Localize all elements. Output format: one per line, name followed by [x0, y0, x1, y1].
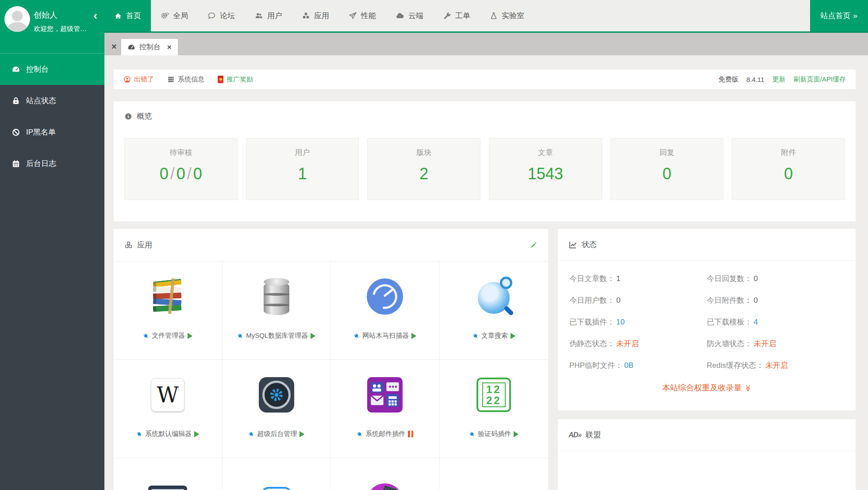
app-cell-article-search[interactable]: 文章搜索 [440, 261, 549, 359]
sidebar-collapse-icon[interactable]: ‹ [93, 10, 97, 21]
sidebar-item-label: IP黑名单 [26, 127, 56, 137]
nav-item-cloud[interactable]: 云端 [386, 0, 433, 31]
app-cell[interactable] [331, 458, 440, 490]
system-info-link[interactable]: 系统信息 [167, 75, 204, 84]
stat-card-attachments[interactable]: 附件 0 [732, 138, 845, 200]
refresh-cache-link[interactable]: 刷新页面/API缓存 [794, 75, 846, 84]
app-cell-captcha-plugin[interactable]: 1222 验证码插件 [440, 359, 549, 458]
nav-item-label: 工单 [455, 11, 470, 21]
sidebar-item-dashboard[interactable]: 控制台 [0, 54, 104, 85]
chart-line-icon [568, 240, 577, 249]
wrench-icon [443, 12, 451, 20]
nav-item-ticket[interactable]: 工单 [433, 0, 480, 31]
stat-card-pending[interactable]: 待审核 0/0/0 [124, 138, 238, 200]
tab-dashboard[interactable]: 控制台 × [121, 39, 178, 55]
sidebar: 创始人 欢迎您，超级管… ‹ 控制台 站点状态 IP黑名单 [0, 0, 104, 490]
stat-value: 2 [368, 165, 480, 183]
ad-icon: AD» [568, 431, 581, 439]
nav-item-lab[interactable]: 实验室 [480, 0, 534, 31]
plug-icon [471, 332, 480, 340]
sidebar-item-admin-log[interactable]: 后台日志 [0, 148, 104, 179]
stat-label: 附件 [732, 147, 845, 158]
app-name: 系统邮件插件 [365, 430, 405, 438]
stat-value: 0 [611, 165, 723, 183]
nav-item-label: 性能 [361, 11, 376, 21]
app-cell[interactable]: 简↩ [223, 458, 331, 490]
stat-value: 1 [246, 165, 359, 183]
nav-item-label: 实验室 [502, 11, 524, 21]
sidebar-item-site-status[interactable]: 站点状态 [0, 85, 104, 116]
app-cell[interactable] [114, 458, 223, 490]
stat-separator: / [169, 165, 177, 183]
lock-icon [12, 96, 20, 105]
status-item: 防火墙状态：未开启 [707, 339, 845, 349]
status-item[interactable]: PHP临时文件：0B [569, 360, 707, 370]
stat-card-replies[interactable]: 回复 0 [611, 138, 724, 200]
play-icon [511, 333, 515, 339]
app-cell-mysql-manager[interactable]: MySQL数据库管理器 [223, 261, 331, 359]
dashboard-toolbar: 出错了 系统信息 推广奖励 免费版 8.4.11 更新 刷新页面/API缓存 [114, 69, 856, 89]
stat-card-articles[interactable]: 文章 1543 [489, 138, 602, 200]
top-navigation: 首页 全局 论坛 用户 应用 性能 云端 工单 实验室 站点首页 » [104, 0, 868, 33]
red-envelope-icon [218, 76, 223, 83]
nav-item-forum[interactable]: 论坛 [198, 0, 245, 31]
seo-weight-link[interactable]: 本站综合权重及收录量≫ [569, 382, 844, 393]
double-chevron-down-icon: ≫ [744, 385, 752, 392]
app-cell-trojan-scanner[interactable]: 网站木马扫描器 [331, 261, 440, 359]
update-link[interactable]: 更新 [772, 75, 786, 84]
promo-reward-label: 推广奖励 [227, 75, 253, 84]
app-cell[interactable] [440, 458, 549, 490]
ban-icon [12, 128, 20, 137]
version-number: 8.4.11 [746, 76, 764, 83]
plug-icon [355, 430, 364, 439]
status-item: 今日回复数：0 [707, 274, 845, 284]
stat-label: 文章 [489, 147, 602, 158]
close-all-tabs-icon[interactable]: × [111, 42, 117, 51]
app-cell-mail-plugin[interactable]: 系统邮件插件 [331, 359, 440, 458]
status-item: 今日文章数：1 [569, 274, 707, 284]
app-cell-file-manager[interactable]: 文件管理器 [114, 261, 223, 359]
calendar-icon [12, 159, 20, 168]
user-welcome: 欢迎您，超级管… [34, 25, 87, 33]
nav-item-performance[interactable]: 性能 [339, 0, 386, 31]
edit-apps-pencil-icon[interactable] [530, 241, 538, 249]
plug-icon [142, 332, 150, 340]
stat-card-forums[interactable]: 版块 2 [367, 138, 480, 200]
double-chevron-right-icon: » [853, 12, 857, 20]
dashboard-icon [12, 65, 20, 74]
play-icon [411, 333, 416, 339]
paper-plane-icon [349, 12, 357, 20]
overview-title: 概览 [137, 111, 152, 121]
nav-item-label: 首页 [126, 11, 141, 21]
status-item[interactable]: 已下载插件：10 [569, 317, 707, 327]
app-cell-default-editor[interactable]: W 系统默认编辑器 [114, 359, 223, 458]
magnifier-icon [478, 282, 510, 314]
tab-close-icon[interactable]: × [167, 43, 172, 52]
app-cell-super-admin[interactable]: 超级后台管理 [223, 359, 331, 458]
avatar[interactable] [4, 6, 30, 32]
nav-item-users[interactable]: 用户 [245, 0, 292, 31]
error-label: 出错了 [134, 75, 154, 84]
status-item: 今日用户数：0 [569, 295, 707, 305]
captcha-icon: 1222 [476, 378, 511, 412]
stat-card-users[interactable]: 用户 1 [246, 138, 359, 200]
status-item[interactable]: 已下载模板：4 [707, 317, 845, 327]
plug-icon [236, 332, 245, 340]
nav-item-apps[interactable]: 应用 [292, 0, 339, 31]
status-item: Redis缓存状态：未开启 [707, 360, 845, 370]
play-icon [514, 431, 518, 437]
promo-reward-link[interactable]: 推广奖励 [218, 75, 253, 84]
nav-item-global[interactable]: 全局 [151, 0, 198, 31]
stat-label: 用户 [246, 147, 359, 158]
sidebar-item-ip-blacklist[interactable]: IP黑名单 [0, 116, 104, 148]
plug-icon [468, 430, 476, 439]
stat-label: 回复 [611, 147, 723, 158]
nav-item-home[interactable]: 首页 [104, 0, 151, 31]
users-icon [254, 12, 263, 20]
info-circle-icon [124, 112, 132, 120]
site-home-button[interactable]: 站点首页 » [810, 0, 868, 31]
apps-panel: 应用 文件管理器 MySQL数据库管理器 [114, 229, 548, 490]
error-link[interactable]: 出错了 [123, 75, 154, 84]
cloud-icon [396, 12, 404, 20]
app-name: 文章搜索 [481, 332, 508, 340]
